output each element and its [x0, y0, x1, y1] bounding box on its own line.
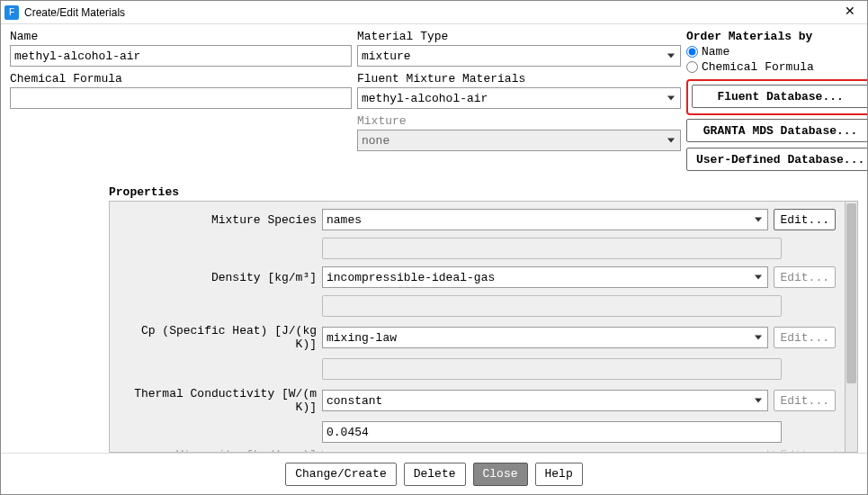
dialog-footer: Change/Create Delete Close Help — [1, 453, 867, 494]
fluent-mixture-label: Fluent Mixture Materials — [357, 72, 681, 86]
material-type-label: Material Type — [357, 30, 681, 43]
k-value: constant — [327, 394, 382, 408]
window-title: Create/Edit Materials — [24, 6, 837, 19]
user-defined-database-button[interactable]: User-Defined Database... — [686, 148, 867, 171]
name-input[interactable] — [10, 45, 352, 67]
order-by-name-radio[interactable] — [686, 46, 698, 58]
material-type-combo[interactable]: mixture — [357, 45, 681, 67]
delete-button[interactable]: Delete — [404, 463, 466, 486]
density-value: incompressible-ideal-gas — [327, 271, 495, 284]
right-column: Order Materials by Name Chemical Formula… — [686, 30, 867, 176]
mixture-species-edit-button[interactable]: Edit... — [774, 209, 836, 230]
cp-label: Cp (Specific Heat) [J/(kg K)] — [119, 324, 317, 351]
properties-label: Properties — [10, 185, 858, 199]
formula-input[interactable] — [10, 87, 352, 109]
density-combo[interactable]: incompressible-ideal-gas — [322, 266, 768, 288]
left-column: Name Chemical Formula — [10, 30, 352, 176]
order-by-name-label: Name — [702, 45, 729, 58]
fluent-database-highlight: Fluent Database... — [686, 79, 867, 115]
change-create-button[interactable]: Change/Create — [285, 463, 396, 486]
mixture-species-label: Mixture Species — [119, 213, 317, 227]
density-label: Density [kg/m³] — [119, 271, 317, 284]
chevron-down-icon — [667, 96, 675, 101]
properties-scrollbar[interactable] — [845, 202, 857, 452]
mixture-species-extra — [322, 238, 782, 259]
help-button[interactable]: Help — [535, 463, 583, 486]
mixture-combo: none — [357, 130, 681, 151]
fluent-mixture-combo[interactable]: methyl-alcohol-air — [357, 87, 681, 109]
granta-database-button[interactable]: GRANTA MDS Database... — [686, 119, 867, 142]
titlebar: F Create/Edit Materials ✕ — [1, 1, 867, 24]
cp-extra — [322, 358, 782, 380]
density-extra — [322, 295, 782, 317]
chevron-down-icon — [755, 275, 762, 280]
k-label: Thermal Conductivity [W/(m K)] — [119, 387, 317, 414]
k-numeric-input[interactable] — [322, 421, 782, 443]
scroll-thumb[interactable] — [846, 203, 856, 383]
close-button[interactable]: Close — [473, 463, 528, 486]
material-type-value: mixture — [362, 50, 411, 63]
app-icon: F — [4, 5, 19, 20]
viscosity-combo[interactable] — [322, 450, 768, 453]
create-edit-materials-dialog: F Create/Edit Materials ✕ Name Chemical … — [0, 0, 868, 495]
mid-column: Material Type mixture Fluent Mixture Mat… — [357, 30, 681, 176]
order-by-formula-radio[interactable] — [686, 61, 698, 73]
chevron-down-icon — [755, 336, 762, 340]
k-combo[interactable]: constant — [322, 390, 768, 411]
chevron-down-icon — [667, 139, 675, 143]
chevron-down-icon — [755, 218, 762, 222]
fluent-mixture-value: methyl-alcohol-air — [362, 92, 488, 105]
chevron-down-icon — [755, 399, 762, 403]
order-by-formula-label: Chemical Formula — [702, 60, 814, 74]
properties-panel: Mixture Species names Edit... — [109, 201, 858, 453]
order-materials-label: Order Materials by — [686, 30, 867, 43]
mixture-species-value: names — [327, 213, 362, 227]
mixture-value: none — [362, 134, 389, 148]
viscosity-label: Viscosity [kg/(m s)] — [119, 450, 317, 453]
name-label: Name — [10, 30, 352, 43]
cp-combo[interactable]: mixing-law — [322, 327, 768, 348]
chevron-down-icon — [667, 54, 675, 58]
viscosity-edit-button: Edit... — [774, 450, 836, 453]
close-icon[interactable]: ✕ — [837, 4, 864, 22]
cp-value: mixing-law — [327, 331, 397, 345]
formula-label: Chemical Formula — [10, 72, 352, 86]
k-edit-button: Edit... — [774, 390, 836, 411]
fluent-database-button[interactable]: Fluent Database... — [692, 85, 867, 108]
cp-edit-button: Edit... — [774, 327, 836, 348]
mixture-species-combo[interactable]: names — [322, 209, 768, 230]
density-edit-button: Edit... — [774, 266, 836, 288]
mixture-label: Mixture — [357, 114, 681, 128]
